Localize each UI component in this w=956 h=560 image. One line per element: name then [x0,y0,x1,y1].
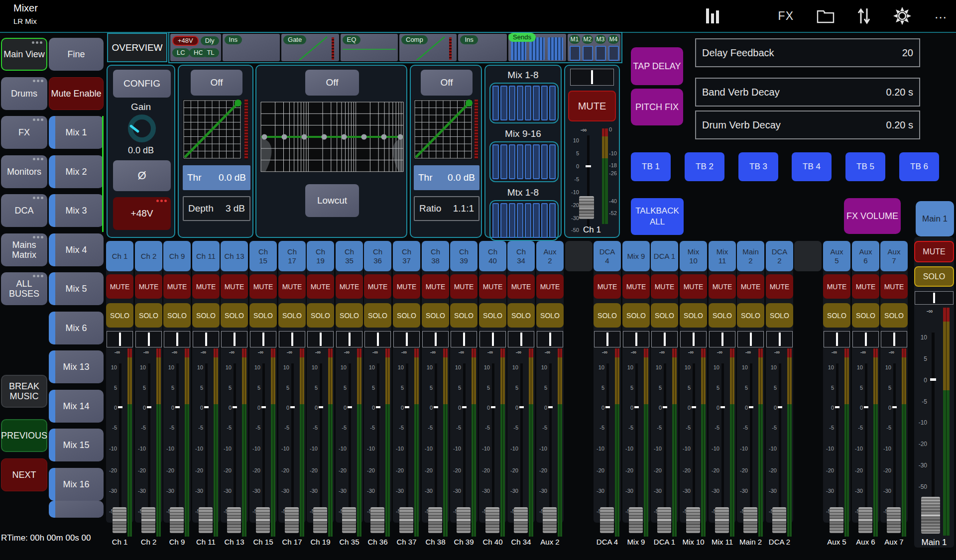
fader-handle[interactable] [743,507,757,533]
strip-fader[interactable]: 1050-5-10-20-30-50 [507,356,535,537]
strip-solo-button[interactable]: SOLO [594,303,621,328]
strip-pan-slider[interactable] [393,331,420,347]
strip-fader[interactable]: 1050-5-10-20-30-50 [450,356,478,537]
fader-handle[interactable] [457,507,471,533]
fader-handle[interactable] [830,507,843,533]
channel-mute-button[interactable]: MUTE [568,91,616,121]
fader-handle[interactable] [399,507,413,533]
strip-solo-button[interactable]: SOLO [106,303,133,328]
strip-fader[interactable]: 1050-5-10-20-30-50 [364,356,391,537]
strip-fader[interactable]: 1050-5-10-20-30-50 [880,356,908,537]
strip-fader[interactable]: 1050-5-10-20-30-50 [479,356,506,537]
strip-fader[interactable]: 1050-5-10-20-30-50 [278,356,306,537]
sidebar-item-all-buses[interactable]: ALL BUSES [1,272,47,305]
strip-select-button[interactable]: Ch 13 [221,241,248,271]
fader-handle[interactable] [370,507,384,533]
folder-icon[interactable] [817,8,835,23]
strip-mute-button[interactable]: MUTE [536,274,564,299]
strip-solo-button[interactable]: SOLO [651,303,678,328]
config-button[interactable]: CONFIG [113,70,171,98]
strip-mute-button[interactable]: MUTE [221,274,248,299]
insert2-thumb[interactable]: Ins [458,34,507,61]
strip-solo-button[interactable]: SOLO [422,303,449,328]
strip-mute-button[interactable]: MUTE [364,274,391,299]
mains-assign-thumb[interactable]: M1M2M3M4 [568,34,621,61]
eq-state-button[interactable]: Off [305,70,359,96]
gate-curve-display[interactable] [183,100,241,159]
more-menu-icon[interactable]: … [934,6,948,26]
fader-handle[interactable] [629,507,643,533]
sidebar-item-mix-3[interactable]: Mix 3 [49,194,104,227]
comp-threshold-row[interactable]: Thr 0.0 dB [414,165,479,190]
sidebar-item-mute-enable[interactable]: Mute Enable [49,77,104,110]
strip-pan-slider[interactable] [537,331,563,347]
strip-mute-button[interactable]: MUTE [249,274,277,299]
fader-handle[interactable] [715,507,729,533]
strip-mute-button[interactable]: MUTE [823,274,850,299]
strip-pan-slider[interactable] [766,331,793,347]
fader-handle[interactable] [657,507,671,533]
strip-mute-button[interactable]: MUTE [709,274,736,299]
strip-solo-button[interactable]: SOLO [163,303,191,328]
strip-pan-slider[interactable] [824,331,850,347]
strip-select-button[interactable]: Ch 34 [507,241,535,271]
tb-button-5[interactable]: TB 5 [845,152,885,181]
strip-pan-slider[interactable] [364,331,391,347]
gate-depth-row[interactable]: Depth 3 dB [183,196,250,221]
strip-fader[interactable]: 1050-5-10-20-30-50 [192,356,220,537]
eq-curve-display[interactable] [260,102,404,172]
strip-select-button[interactable]: Ch 39 [450,241,478,271]
fader-handle[interactable] [858,507,872,533]
strip-fader[interactable]: 1050-5-10-20-30-50 [709,356,736,537]
strip-select-button[interactable]: Mix 10 [680,241,707,271]
strip-fader[interactable]: 1050-5-10-20-30-50 [422,356,449,537]
sidebar-item-previous[interactable]: PREVIOUS [1,419,47,452]
strip-mute-button[interactable]: MUTE [106,274,133,299]
talkback-all-button[interactable]: TALKBACK ALL [631,198,684,235]
strip-solo-button[interactable]: SOLO [622,303,650,328]
strip-pan-slider[interactable] [651,331,678,347]
gear-icon[interactable] [893,7,911,25]
strip-solo-button[interactable]: SOLO [364,303,391,328]
strip-select-button[interactable]: Ch 2 [135,241,162,271]
sidebar-item-break-music[interactable]: BREAK MUSIC [1,375,47,408]
strip-solo-button[interactable]: SOLO [336,303,363,328]
strip-pan-slider[interactable] [594,331,620,347]
strip-select-button[interactable]: Aux 6 [852,241,879,271]
tb-button-1[interactable]: TB 1 [631,152,671,181]
fader-handle[interactable] [342,507,356,533]
fader-handle[interactable] [543,507,557,533]
strip-select-button[interactable]: Mix 9 [622,241,650,271]
strip-pan-slider[interactable] [479,331,506,347]
strip-select-button[interactable]: DCA 1 [651,241,678,271]
send-group-meters[interactable] [489,141,559,182]
sidebar-item-mix-4[interactable]: Mix 4 [49,233,104,266]
strip-pan-slider[interactable] [221,331,247,347]
fader-handle[interactable] [772,507,786,533]
strip-select-button[interactable]: Ch 36 [364,241,391,271]
sidebar-item-dca[interactable]: DCA [1,194,47,227]
strip-select-button[interactable]: Main 2 [737,241,764,271]
strip-mute-button[interactable]: MUTE [680,274,707,299]
strip-pan-slider[interactable] [193,331,219,347]
strip-select-button[interactable]: Ch 1 [106,241,133,271]
overview-button[interactable]: OVERVIEW [107,33,167,62]
main-fader-handle[interactable] [921,497,940,534]
strip-mute-button[interactable]: MUTE [651,274,678,299]
strip-select-button[interactable]: Ch 19 [307,241,334,271]
lowcut-button[interactable]: Lowcut [305,184,359,217]
strip-pan-slider[interactable] [737,331,764,347]
strip-select-button[interactable]: Ch 37 [393,241,420,271]
strip-mute-button[interactable]: MUTE [192,274,220,299]
comp-curve-display[interactable] [414,100,473,159]
strip-pan-slider[interactable] [279,331,305,347]
sort-updown-icon[interactable] [857,7,870,24]
strip-solo-button[interactable]: SOLO [709,303,736,328]
strip-fader[interactable]: 1050-5-10-20-30-50 [221,356,248,537]
fader-handle[interactable] [485,507,499,533]
strip-pan-slider[interactable] [336,331,362,347]
fader-handle[interactable] [514,507,528,533]
strip-solo-button[interactable]: SOLO [737,303,764,328]
sidebar-item-mix-1[interactable]: Mix 1 [49,116,104,149]
tb-button-4[interactable]: TB 4 [792,152,832,181]
